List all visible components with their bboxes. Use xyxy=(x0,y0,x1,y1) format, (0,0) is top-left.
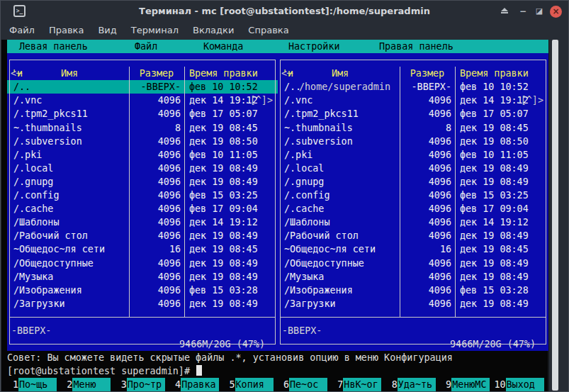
fkey-1[interactable]: 1По~щь xyxy=(7,378,61,391)
titlebar[interactable]: >_ Терминал - mc [root@ubstationtest]:/h… xyxy=(1,1,568,22)
table-row[interactable]: /Шаблоны4096дек 14 19:12 xyxy=(278,215,548,229)
app-menu-item-справка[interactable]: Справка xyxy=(248,25,288,35)
file-size: 4096 xyxy=(400,215,455,229)
table-row[interactable]: /Общедоступные4096дек 19 08:49 xyxy=(7,257,278,270)
file-mtime: фев 15 03:25 xyxy=(455,189,540,202)
column-separator xyxy=(184,67,185,317)
column-header-name[interactable]: Имя xyxy=(281,67,400,80)
fkey-3[interactable]: 3Про~тр xyxy=(116,378,169,391)
fkey-2[interactable]: 2Меню xyxy=(61,378,115,391)
table-row[interactable]: /.local4096дек 19 08:49 xyxy=(278,162,548,175)
table-row[interactable]: /.gnupg4096дек 19 08:49 xyxy=(7,175,278,189)
table-row[interactable]: /..-ВВЕРХ-фев 10 10:52 xyxy=(7,80,278,94)
table-row[interactable]: /Загрузки4096дек 19 08:49 xyxy=(278,297,548,310)
fkey-8[interactable]: 8Уда~ть xyxy=(386,378,440,391)
file-mtime: фев 10 10:52 xyxy=(455,80,540,94)
table-row[interactable]: ~Общедос~ля сети16дек 19 08:45 xyxy=(7,242,278,256)
column-header-size[interactable]: Размер xyxy=(400,67,455,80)
file-mtime: фев 15 03:28 xyxy=(184,284,269,297)
table-row[interactable]: /Музыка4096дек 19 08:49 xyxy=(278,270,548,284)
file-size: 4096 xyxy=(400,94,455,107)
fkey-9[interactable]: 9МенюМС xyxy=(440,378,494,391)
table-row[interactable]: ~Общедос~ля сети16дек 19 08:45 xyxy=(278,242,548,256)
shade-button[interactable] xyxy=(499,6,510,17)
table-row[interactable]: /.config4096фев 15 03:25 xyxy=(278,189,548,202)
table-row[interactable]: /.vnc4096дек 14 19:12 xyxy=(278,94,548,107)
table-row[interactable]: /Изображения4096фев 15 03:28 xyxy=(278,284,548,297)
file-name: /.gnupg xyxy=(281,175,400,189)
mc-menu-item-3[interactable]: Команда xyxy=(201,40,246,53)
table-row[interactable]: /.gnupg4096дек 19 08:49 xyxy=(278,175,548,189)
disk-usage: 9466M/20G (47%) xyxy=(446,337,540,351)
table-row[interactable]: /Шаблоны4096дек 14 19:12 xyxy=(7,215,278,229)
fkey-6[interactable]: 6Пе~ос xyxy=(278,378,332,391)
fkey-label: Про~тр xyxy=(127,378,165,391)
app-menu-item-терминал[interactable]: Терминал xyxy=(131,25,179,35)
file-size: 4096 xyxy=(129,94,184,107)
app-menu-item-правка[interactable]: Правка xyxy=(49,25,84,35)
file-name: /Общедоступные xyxy=(10,257,129,270)
hint-line: Совет: Вы сможете видеть скрытые файлы .… xyxy=(7,351,548,364)
column-header-mtime[interactable]: Время правки xyxy=(455,67,540,80)
close-button[interactable]: × xyxy=(550,6,562,18)
app-menu-item-файл[interactable]: Файл xyxy=(9,25,35,35)
app-menu-item-вкладки[interactable]: Вкладки xyxy=(193,25,234,35)
file-size: 4096 xyxy=(400,148,455,162)
panel-column-headers[interactable]: 'и Имя Размер Время правки xyxy=(7,67,278,80)
fkey-number: 6 xyxy=(278,378,289,391)
fkey-5[interactable]: 5Копия xyxy=(224,378,278,391)
terminal-window: >_ Терминал - mc [root@ubstationtest]:/h… xyxy=(0,0,569,392)
terminal-scrollbar[interactable] xyxy=(552,40,558,391)
table-row[interactable]: /Изображения4096фев 15 03:28 xyxy=(7,284,278,297)
table-row[interactable]: /.pki4096фев 10 11:05 xyxy=(7,148,278,162)
file-mtime: фев 17 05:07 xyxy=(455,107,540,121)
table-row[interactable]: /.config4096фев 15 03:25 xyxy=(7,189,278,202)
file-mtime: дек 19 08:49 xyxy=(184,175,269,189)
table-row[interactable]: /.local4096дек 19 08:49 xyxy=(7,162,278,175)
file-name: ~Общедос~ля сети xyxy=(281,242,400,256)
table-row[interactable]: /.pki4096фев 10 11:05 xyxy=(278,148,548,162)
column-header-size[interactable]: Размер xyxy=(129,67,184,80)
app-menu-item-вид[interactable]: Вид xyxy=(98,25,116,35)
table-row[interactable]: ~.thumbnails8дек 19 08:45 xyxy=(278,121,548,135)
table-row[interactable]: /..-ВВЕРХ-фев 10 10:52 xyxy=(278,80,548,94)
restore-button[interactable]: ◪ xyxy=(534,6,545,17)
table-row[interactable]: ~.thumbnails8дек 19 08:45 xyxy=(7,121,278,135)
file-panel-right[interactable]: <─ /home/superadmin .[^]> 'и Имя Размер … xyxy=(278,53,548,351)
table-row[interactable]: /.cache4096фев 17 09:04 xyxy=(7,202,278,215)
fkey-4[interactable]: 4Правка xyxy=(169,378,223,391)
column-header-mtime[interactable]: Время правки xyxy=(184,67,269,80)
table-row[interactable]: /.tpm2_pkcs114096фев 17 05:07 xyxy=(7,107,278,121)
file-name: /.local xyxy=(10,162,129,175)
table-row[interactable]: /Музыка4096дек 19 08:49 xyxy=(7,270,278,284)
fkey-7[interactable]: 7НвК~ог xyxy=(332,378,385,391)
table-row[interactable]: /Общедоступные4096дек 19 08:49 xyxy=(278,257,548,270)
table-row[interactable]: /Рабочий стол4096дек 19 08:49 xyxy=(278,229,548,242)
panel-column-headers[interactable]: 'и Имя Размер Время правки xyxy=(278,67,548,80)
table-row[interactable]: /.vnc4096дек 14 19:12 xyxy=(7,94,278,107)
file-name: /Рабочий стол xyxy=(10,229,129,242)
file-mtime: дек 19 08:45 xyxy=(455,242,540,256)
mc-menu-item-5[interactable]: Правая панель xyxy=(376,40,456,53)
file-size: 4096 xyxy=(129,215,184,229)
file-size: 4096 xyxy=(129,175,184,189)
minimize-button[interactable]: − xyxy=(517,6,529,17)
terminal-screen[interactable]: Левая панельФайлКомандаНастройкиПравая п… xyxy=(1,40,548,392)
table-row[interactable]: /Загрузки4096дек 19 08:49 xyxy=(7,297,278,310)
table-row[interactable]: /.subversion4096дек 19 08:50 xyxy=(278,135,548,148)
table-row[interactable]: /.subversion4096дек 19 08:50 xyxy=(7,135,278,148)
file-panel-left[interactable]: <─ /home/superadmin .[^]> 'и Имя Размер … xyxy=(7,53,278,351)
column-header-name[interactable]: Имя xyxy=(10,67,129,80)
file-size: -ВВЕРХ- xyxy=(129,80,184,94)
fkey-10[interactable]: 10Выход xyxy=(495,378,548,391)
file-name: /Загрузки xyxy=(281,297,400,310)
table-row[interactable]: /.cache4096фев 17 09:04 xyxy=(278,202,548,215)
mc-menu-item-2[interactable]: Файл xyxy=(132,40,160,53)
command-line[interactable]: [root@ubstationtest superadmin]# xyxy=(7,364,548,378)
mc-menu-item-4[interactable]: Настройки xyxy=(286,40,343,53)
file-name: ~.thumbnails xyxy=(10,121,129,135)
table-row[interactable]: /Рабочий стол4096дек 19 08:49 xyxy=(7,229,278,242)
mc-menu-item-1[interactable]: Левая панель xyxy=(16,40,91,53)
table-row[interactable]: /.tpm2_pkcs114096фев 17 05:07 xyxy=(278,107,548,121)
file-name: /.vnc xyxy=(10,94,129,107)
